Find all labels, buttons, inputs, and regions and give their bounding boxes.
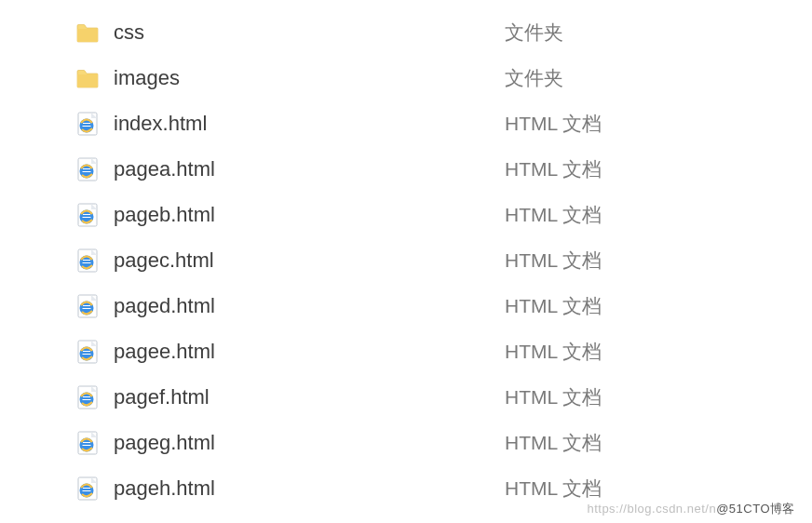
file-name: pageg.html bbox=[114, 431, 505, 455]
folder-icon bbox=[74, 20, 101, 46]
file-row[interactable]: paged.html HTML 文档 bbox=[0, 283, 812, 329]
file-type: HTML 文档 bbox=[505, 293, 602, 319]
file-row[interactable]: index.html HTML 文档 bbox=[0, 101, 812, 146]
file-name: images bbox=[114, 66, 505, 90]
file-list: css 文件夹 images 文件夹 index.html HTML 文档 bbox=[0, 0, 812, 511]
file-row[interactable]: pagef.html HTML 文档 bbox=[0, 374, 812, 420]
ie-html-icon bbox=[74, 430, 101, 456]
file-name: css bbox=[114, 20, 505, 45]
ie-html-icon bbox=[74, 293, 101, 319]
ie-html-icon bbox=[74, 156, 101, 182]
ie-html-icon bbox=[74, 111, 101, 137]
file-type: 文件夹 bbox=[505, 65, 563, 91]
file-row[interactable]: pagee.html HTML 文档 bbox=[0, 329, 812, 374]
file-type: HTML 文档 bbox=[505, 339, 602, 365]
watermark-dark: @51CTO博客 bbox=[716, 502, 795, 516]
ie-html-icon bbox=[74, 384, 101, 410]
watermark: https://blog.csdn.net/n@51CTO博客 bbox=[587, 501, 795, 517]
file-name: pageb.html bbox=[114, 203, 505, 227]
file-type: HTML 文档 bbox=[505, 202, 602, 228]
ie-html-icon bbox=[74, 476, 101, 502]
ie-html-icon bbox=[74, 248, 101, 274]
file-type: HTML 文档 bbox=[505, 476, 602, 502]
file-name: pagef.html bbox=[114, 385, 505, 409]
file-row[interactable]: pageg.html HTML 文档 bbox=[0, 420, 812, 465]
file-name: paged.html bbox=[114, 294, 505, 318]
file-name: pagec.html bbox=[114, 248, 505, 273]
file-name: pagee.html bbox=[114, 340, 505, 364]
file-name: pageh.html bbox=[114, 476, 505, 501]
file-type: 文件夹 bbox=[505, 20, 563, 46]
file-row[interactable]: pagea.html HTML 文档 bbox=[0, 146, 812, 192]
file-name: pagea.html bbox=[114, 157, 505, 181]
file-type: HTML 文档 bbox=[505, 248, 602, 274]
folder-icon bbox=[74, 65, 101, 91]
file-type: HTML 文档 bbox=[505, 384, 602, 410]
ie-html-icon bbox=[74, 202, 101, 228]
file-row[interactable]: images 文件夹 bbox=[0, 55, 812, 101]
file-type: HTML 文档 bbox=[505, 430, 602, 456]
file-row[interactable]: css 文件夹 bbox=[0, 9, 812, 55]
file-row[interactable]: pagec.html HTML 文档 bbox=[0, 237, 812, 283]
ie-html-icon bbox=[74, 339, 101, 365]
file-row[interactable]: pageb.html HTML 文档 bbox=[0, 192, 812, 237]
file-type: HTML 文档 bbox=[505, 111, 602, 137]
watermark-faint: https://blog.csdn.net/n bbox=[587, 502, 716, 516]
file-name: index.html bbox=[114, 112, 505, 136]
file-type: HTML 文档 bbox=[505, 156, 602, 182]
